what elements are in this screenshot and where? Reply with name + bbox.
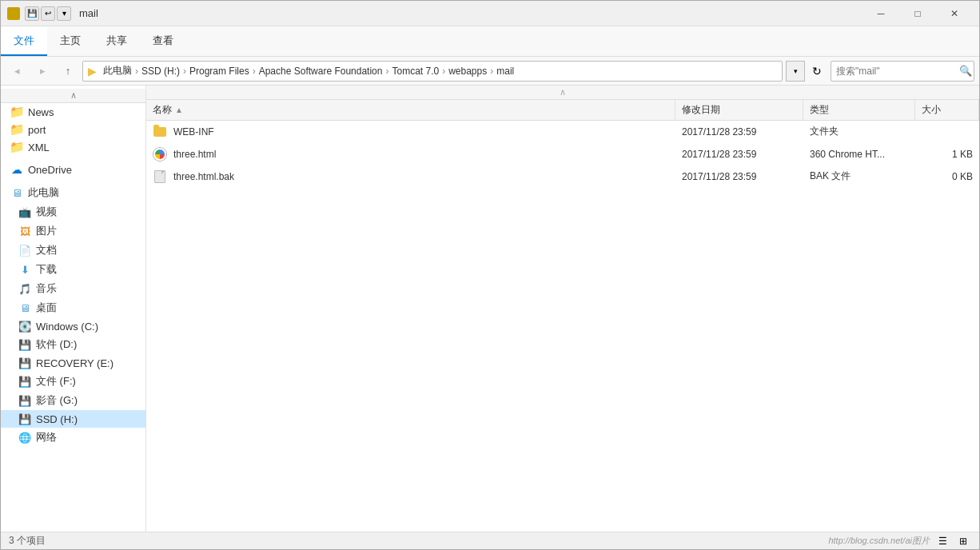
sidebar-item-news[interactable]: 📁 News xyxy=(1,103,145,121)
sidebar-label-music: 音乐 xyxy=(36,281,57,296)
search-input[interactable] xyxy=(836,66,956,77)
file-name: three.html.bak xyxy=(173,171,234,182)
drive-g-icon: 💾 xyxy=(18,394,31,407)
view-details-button[interactable]: ☰ xyxy=(934,533,950,549)
sidebar-item-desktop[interactable]: 🖥 桌面 xyxy=(1,298,145,317)
path-webapps[interactable]: webapps xyxy=(448,66,487,77)
sidebar-label-onedrive: OneDrive xyxy=(28,164,72,176)
path-icon: ▶ xyxy=(88,65,97,78)
file-type-cell: 360 Chrome HT... xyxy=(803,143,915,165)
file-type: 360 Chrome HT... xyxy=(810,149,885,160)
sidebar: ∧ 📁 News 📁 port 📁 XML ☁ OneDrive 🖥 此电脑 📺… xyxy=(1,86,146,532)
path-tomcat[interactable]: Tomcat 7.0 xyxy=(392,66,439,77)
sidebar-label-drive-g: 影音 (G:) xyxy=(36,393,78,408)
table-row[interactable]: three.html.bak 2017/11/28 23:59 BAK 文件 0… xyxy=(146,165,979,188)
file-type-cell: BAK 文件 xyxy=(803,165,915,187)
sidebar-item-onedrive[interactable]: ☁ OneDrive xyxy=(1,161,145,178)
up-button[interactable]: ↑ xyxy=(57,61,79,82)
close-button[interactable]: ✕ xyxy=(936,1,973,26)
forward-button[interactable]: ▸ xyxy=(31,61,54,82)
undo-button[interactable]: ↩ xyxy=(41,6,55,21)
sidebar-item-network[interactable]: 🌐 网络 xyxy=(1,428,145,447)
picture-folder-icon: 🖼 xyxy=(18,225,31,237)
window-title: mail xyxy=(79,7,858,19)
file-size-cell: 0 KB xyxy=(915,165,979,187)
folder-icon xyxy=(153,125,167,139)
sidebar-item-drive-g[interactable]: 💾 影音 (G:) xyxy=(1,391,145,410)
status-bar: 3 个项目 http://blog.csdn.net/ai图片 ☰ ⊞ xyxy=(1,532,979,549)
watermark: http://blog.csdn.net/ai图片 xyxy=(828,535,930,547)
drive-f-icon: 💾 xyxy=(18,375,31,388)
pc-icon: 🖥 xyxy=(10,186,23,199)
refresh-button[interactable]: ↻ xyxy=(807,61,827,82)
sidebar-item-thispc[interactable]: 🖥 此电脑 xyxy=(1,183,145,202)
file-area: ∧ 名称 ▲ 修改日期 类型 大小 xyxy=(146,86,979,532)
path-dropdown[interactable]: ▾ xyxy=(786,61,805,82)
table-row[interactable]: WEB-INF 2017/11/28 23:59 文件夹 xyxy=(146,121,979,143)
path-apache[interactable]: Apache Software Foundation xyxy=(259,66,383,77)
path-programfiles[interactable]: Program Files xyxy=(189,66,249,77)
quick-access-buttons: 💾 ↩ ▾ xyxy=(25,6,71,21)
status-bar-right: http://blog.csdn.net/ai图片 ☰ ⊞ xyxy=(828,533,971,549)
col-header-type[interactable]: 类型 xyxy=(803,100,915,120)
path-mail[interactable]: mail xyxy=(496,66,514,77)
back-button[interactable]: ◂ xyxy=(6,61,28,82)
tab-home[interactable]: 主页 xyxy=(47,26,94,56)
sort-up-area[interactable]: ∧ xyxy=(146,86,979,100)
path-pc[interactable]: 此电脑 xyxy=(103,64,132,78)
view-tiles-button[interactable]: ⊞ xyxy=(955,533,971,549)
col-header-size[interactable]: 大小 xyxy=(915,100,979,120)
dropdown-button[interactable]: ▾ xyxy=(57,6,71,21)
tab-share[interactable]: 共享 xyxy=(94,26,140,56)
sidebar-label-drive-c: Windows (C:) xyxy=(36,321,98,333)
sidebar-label-document: 文档 xyxy=(36,243,57,257)
sidebar-item-port[interactable]: 📁 port xyxy=(1,121,145,138)
dl-folder-icon: ⬇ xyxy=(18,263,31,276)
sidebar-item-drive-f[interactable]: 💾 文件 (F:) xyxy=(1,372,145,391)
address-right: ▾ ↻ xyxy=(786,61,827,82)
sidebar-sort-area: ∧ xyxy=(1,89,145,103)
path-ssd[interactable]: SSD (H:) xyxy=(141,66,180,77)
sort-up-arrow: ∧ xyxy=(70,90,77,101)
sidebar-label-xml: XML xyxy=(28,141,50,153)
sidebar-label-drive-h: SSD (H:) xyxy=(36,413,78,425)
file-name: WEB-INF xyxy=(173,126,214,138)
sidebar-label-port: port xyxy=(28,124,46,136)
col-header-name[interactable]: 名称 ▲ xyxy=(146,100,675,120)
ribbon: 文件 主页 共享 查看 xyxy=(1,26,979,57)
save-button[interactable]: 💾 xyxy=(25,6,39,21)
sidebar-item-drive-h[interactable]: 💾 SSD (H:) xyxy=(1,410,145,428)
sidebar-item-xml[interactable]: 📁 XML xyxy=(1,138,145,156)
address-path[interactable]: ▶ 此电脑 › SSD (H:) › Program Files › Apach… xyxy=(82,61,783,82)
sidebar-item-picture[interactable]: 🖼 图片 xyxy=(1,221,145,241)
file-type: 文件夹 xyxy=(810,125,839,138)
sidebar-item-drive-c[interactable]: 💽 Windows (C:) xyxy=(1,317,145,335)
file-size: 0 KB xyxy=(952,171,973,182)
col-header-date[interactable]: 修改日期 xyxy=(675,100,803,120)
minimize-button[interactable]: ─ xyxy=(862,1,899,26)
search-box[interactable]: 🔍 xyxy=(831,61,974,82)
title-bar: 💾 ↩ ▾ mail ─ □ ✕ xyxy=(1,1,979,26)
tab-file[interactable]: 文件 xyxy=(1,26,47,56)
app-icon xyxy=(7,7,20,20)
file-size-cell: 1 KB xyxy=(915,143,979,165)
doc-folder-icon: 📄 xyxy=(18,244,31,257)
drive-c-icon: 💽 xyxy=(18,320,31,333)
sidebar-label-drive-e: RECOVERY (E:) xyxy=(36,357,114,369)
sidebar-item-music[interactable]: 🎵 音乐 xyxy=(1,279,145,298)
chrome-icon xyxy=(153,147,167,161)
file-name-cell: three.html xyxy=(146,143,675,165)
sidebar-label-desktop: 桌面 xyxy=(36,301,57,315)
file-type: BAK 文件 xyxy=(810,169,851,183)
file-header: 名称 ▲ 修改日期 类型 大小 xyxy=(146,100,979,121)
tab-view[interactable]: 查看 xyxy=(140,26,186,56)
sidebar-item-drive-d[interactable]: 💾 软件 (D:) xyxy=(1,335,145,354)
table-row[interactable]: three.html 2017/11/28 23:59 360 Chrome H… xyxy=(146,143,979,165)
sidebar-label-network: 网络 xyxy=(36,430,57,444)
sidebar-item-download[interactable]: ⬇ 下载 xyxy=(1,260,145,279)
sort-up-icon: ∧ xyxy=(560,87,566,98)
sidebar-item-drive-e[interactable]: 💾 RECOVERY (E:) xyxy=(1,354,145,372)
maximize-button[interactable]: □ xyxy=(899,1,936,26)
sidebar-item-document[interactable]: 📄 文档 xyxy=(1,241,145,260)
sidebar-item-video[interactable]: 📺 视频 xyxy=(1,202,145,221)
